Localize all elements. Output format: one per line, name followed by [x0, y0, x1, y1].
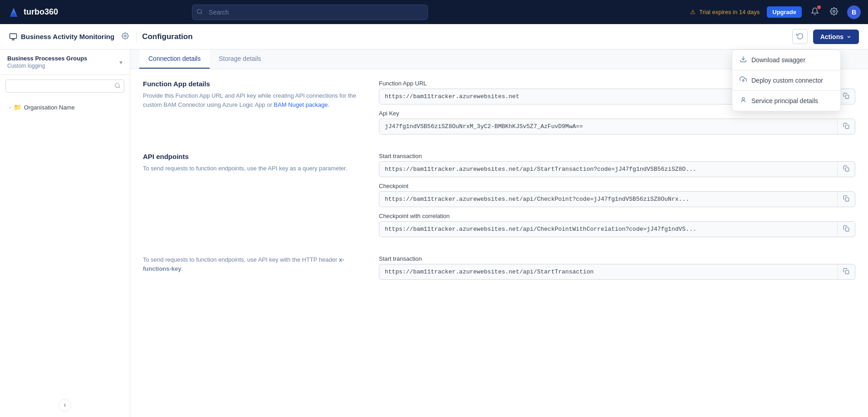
sidebar-collapse-button[interactable]	[59, 399, 71, 412]
chevron-down-icon	[846, 34, 852, 40]
start-transaction-input-1[interactable]	[379, 162, 837, 177]
svg-rect-4	[10, 34, 17, 39]
api-endpoints-description: To send requests to function endpoints, …	[143, 164, 361, 173]
page-title: Configuration	[142, 32, 787, 41]
sidebar-tree: › 📁 Organisation Name	[0, 97, 130, 417]
start-transaction-copy-button-2[interactable]	[837, 264, 855, 279]
svg-point-2	[197, 9, 201, 13]
tab-storage-details[interactable]: Storage details	[210, 50, 270, 69]
svg-rect-12	[845, 270, 849, 274]
checkpoint-correlation-input[interactable]	[379, 222, 837, 237]
checkpoint-field: Checkpoint	[379, 183, 855, 207]
deploy-icon	[740, 76, 747, 85]
checkpoint-correlation-copy-button[interactable]	[837, 222, 855, 237]
search-container	[192, 5, 428, 20]
module-icon	[9, 33, 17, 41]
notification-badge	[817, 5, 821, 9]
svg-point-15	[742, 98, 744, 100]
svg-point-5	[124, 35, 126, 37]
service-icon	[740, 96, 747, 105]
function-app-description: Provide this Function App URL and API ke…	[143, 91, 361, 109]
start-transaction-copy-button-1[interactable]	[837, 162, 855, 177]
app-name: turbo360	[24, 7, 58, 17]
dropdown-item-service-principal[interactable]: Service principal details	[732, 91, 840, 111]
api-key-input-wrap	[379, 119, 855, 134]
start-transaction-field-2: Start transaction	[379, 255, 855, 280]
top-navigation: turbo360 ⚠ Trial expires in 14 days Upgr…	[0, 0, 868, 24]
service-principal-label: Service principal details	[751, 97, 818, 104]
function-app-title: Function App details	[143, 80, 361, 88]
sidebar-search-icon	[114, 82, 121, 90]
trial-text: Trial expires in 14 days	[699, 9, 760, 15]
user-avatar-button[interactable]: B	[847, 5, 861, 19]
dropdown-item-deploy-connector[interactable]: Deploy custom connector	[732, 70, 840, 90]
sidebar-section-title: Business Processes Groups	[7, 55, 87, 62]
api-key-field: Api Key	[379, 110, 855, 134]
sidebar-item-organisation[interactable]: › 📁 Organisation Name	[5, 101, 124, 114]
sidebar-collapse-icon: ▾	[119, 59, 123, 66]
start-transaction-field-1: Start transaction	[379, 153, 855, 177]
api-key-input[interactable]	[379, 119, 837, 134]
start-transaction-label-1: Start transaction	[379, 153, 855, 159]
api-key-copy-button[interactable]	[837, 119, 855, 134]
checkpoint-correlation-field: Checkpoint with correlation	[379, 213, 855, 237]
module-name: Business Activity Monitoring	[21, 33, 114, 40]
svg-rect-9	[845, 168, 849, 171]
svg-rect-8	[845, 125, 849, 129]
search-icon	[196, 8, 203, 16]
actions-label: Actions	[820, 33, 843, 40]
warning-icon: ⚠	[690, 9, 696, 15]
download-icon	[740, 55, 747, 65]
checkpoint-input[interactable]	[379, 192, 837, 207]
checkpoint-input-wrap	[379, 191, 855, 207]
checkpoint-label: Checkpoint	[379, 183, 855, 189]
actions-dropdown: Download swagger Deploy custom connector…	[732, 50, 841, 111]
chevron-right-icon: ›	[9, 104, 11, 110]
api-endpoints-desc: API endpoints To send requests to functi…	[143, 153, 361, 237]
folder-icon: 📁	[14, 104, 21, 111]
start-transaction-input-wrap-1	[379, 161, 855, 177]
subheader: Business Activity Monitoring Configurati…	[0, 24, 868, 50]
svg-rect-7	[845, 95, 849, 99]
bam-nuget-link[interactable]: BAM Nuget package.	[274, 101, 329, 108]
notifications-button[interactable]	[809, 5, 821, 19]
checkpoint-correlation-input-wrap	[379, 221, 855, 237]
function-app-desc: Function App details Provide this Functi…	[143, 80, 361, 134]
dropdown-item-download-swagger[interactable]: Download swagger	[732, 50, 840, 70]
svg-point-3	[833, 10, 835, 13]
app-logo[interactable]: turbo360	[7, 6, 58, 19]
svg-rect-11	[845, 228, 849, 231]
subheader-divider	[136, 31, 137, 42]
svg-point-6	[115, 83, 119, 87]
sidebar-section-sub: Custom logging	[7, 63, 87, 69]
start-transaction-input-2[interactable]	[379, 264, 837, 279]
upgrade-button[interactable]: Upgrade	[767, 6, 802, 18]
start-transaction-label-2: Start transaction	[379, 255, 855, 262]
api-endpoints-title: API endpoints	[143, 153, 361, 160]
start-transaction-input-wrap-2	[379, 264, 855, 280]
svg-rect-10	[845, 198, 849, 201]
api-endpoints-http-desc: To send requests to function endpoints, …	[143, 255, 361, 280]
actions-button[interactable]: Actions	[813, 30, 859, 44]
tab-connection-details[interactable]: Connection details	[139, 50, 210, 69]
topnav-right: ⚠ Trial expires in 14 days Upgrade B	[690, 5, 861, 19]
sidebar-section-header[interactable]: Business Processes Groups Custom logging…	[0, 50, 130, 75]
download-swagger-label: Download swagger	[751, 56, 805, 64]
search-input[interactable]	[192, 5, 428, 20]
refresh-button[interactable]	[792, 29, 808, 44]
trial-banner: ⚠ Trial expires in 14 days	[690, 9, 760, 15]
api-endpoint-fields: Start transaction Checkpoint	[379, 153, 855, 237]
api-endpoint-http-fields: Start transaction	[379, 255, 855, 280]
checkpoint-correlation-label: Checkpoint with correlation	[379, 213, 855, 219]
organisation-label: Organisation Name	[24, 104, 75, 111]
sidebar-search-container	[5, 79, 124, 93]
api-endpoints-http-section: To send requests to function endpoints, …	[143, 255, 855, 280]
module-settings-button[interactable]	[120, 30, 131, 43]
sidebar-search-input[interactable]	[5, 79, 124, 93]
api-endpoints-http-description: To send requests to function endpoints, …	[143, 255, 361, 273]
deploy-connector-label: Deploy custom connector	[751, 77, 823, 84]
module-label: Business Activity Monitoring	[9, 33, 114, 41]
checkpoint-copy-button[interactable]	[837, 192, 855, 207]
api-endpoints-section: API endpoints To send requests to functi…	[143, 153, 855, 237]
settings-button[interactable]	[828, 5, 840, 19]
